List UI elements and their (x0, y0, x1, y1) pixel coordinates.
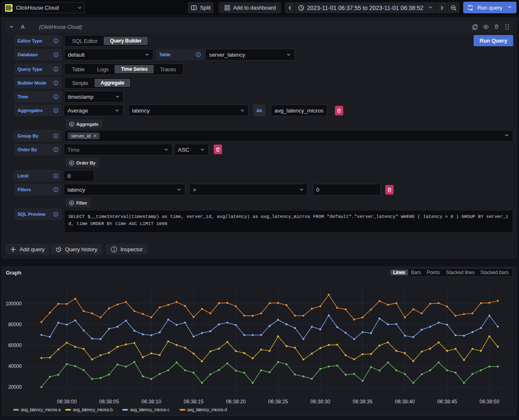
svg-text:06:38:30: 06:38:30 (310, 399, 330, 405)
svg-text:06:38:00: 06:38:00 (57, 399, 77, 405)
svg-text:06:38:10: 06:38:10 (142, 399, 162, 405)
svg-text:06:38:25: 06:38:25 (268, 399, 288, 405)
svg-text:20000: 20000 (8, 384, 22, 390)
svg-text:avg_latency_micros d: avg_latency_micros d (187, 407, 227, 412)
svg-text:06:38:05: 06:38:05 (99, 399, 119, 405)
svg-text:avg_latency_micros b: avg_latency_micros b (73, 407, 113, 412)
svg-text:40000: 40000 (8, 363, 22, 369)
svg-text:06:38:40: 06:38:40 (395, 399, 415, 405)
svg-text:60000: 60000 (8, 342, 22, 348)
svg-text:06:38:15: 06:38:15 (184, 399, 204, 405)
svg-text:avg_latency_micros a: avg_latency_micros a (21, 407, 61, 412)
svg-text:100000: 100000 (5, 301, 22, 307)
svg-text:06:38:20: 06:38:20 (226, 399, 246, 405)
svg-text:80000: 80000 (8, 322, 22, 328)
svg-text:06:38:35: 06:38:35 (353, 399, 373, 405)
svg-text:avg_latency_micros c: avg_latency_micros c (130, 407, 170, 412)
svg-text:06:38:50: 06:38:50 (479, 399, 499, 405)
svg-text:06:38:45: 06:38:45 (437, 399, 457, 405)
